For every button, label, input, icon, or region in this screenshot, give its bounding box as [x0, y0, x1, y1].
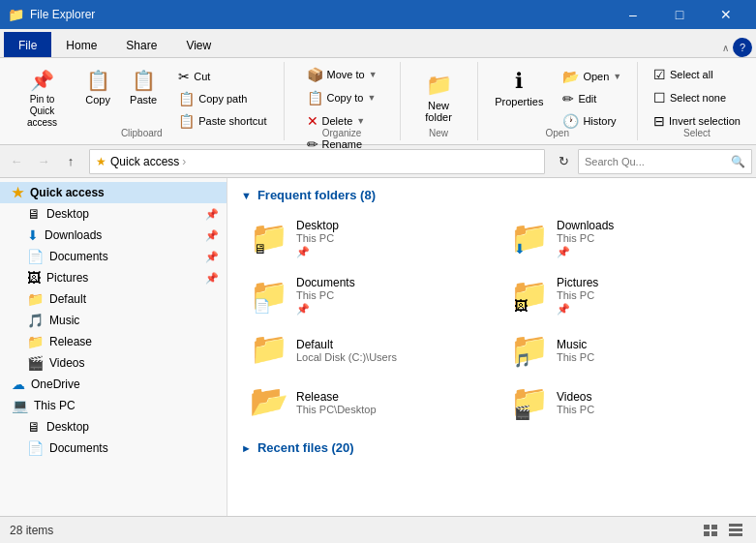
- pin-to-quick-access-button[interactable]: 📌 Pin to Quickaccess: [10, 64, 75, 134]
- organize-label: Organize: [285, 128, 400, 138]
- tab-view[interactable]: View: [171, 32, 226, 57]
- paste-icon: 📋: [132, 69, 156, 92]
- tab-share[interactable]: Share: [111, 32, 171, 57]
- sidebar-item-music[interactable]: 🎵 Music: [0, 310, 227, 331]
- copy-path-label: Copy path: [198, 93, 247, 105]
- default-folder-icon2: 📁: [250, 331, 288, 366]
- videos-folder-name: Videos: [557, 390, 594, 404]
- frequent-folders-label: Frequent folders (8): [257, 188, 376, 202]
- documents-folder-sub: This PC: [296, 289, 355, 301]
- default-folder-name: Default: [296, 338, 397, 351]
- sidebar-item-default[interactable]: 📁 Default: [0, 288, 227, 310]
- up-button[interactable]: ↑: [58, 149, 83, 174]
- downloads-folder-icon-wrap: 📁 ⬇: [510, 222, 549, 256]
- back-button[interactable]: ←: [4, 149, 29, 174]
- recent-files-chevron: ►: [241, 442, 252, 454]
- edit-button[interactable]: ✏ Edit: [556, 88, 628, 109]
- sidebar-item-documents[interactable]: 📄 Documents 📌: [0, 246, 227, 267]
- large-view-icon: [728, 523, 743, 538]
- folder-item-documents[interactable]: 📁 📄 Documents This PC 📌: [241, 269, 482, 322]
- open-chevron: ▼: [613, 72, 621, 81]
- close-button[interactable]: ✕: [704, 0, 748, 29]
- tab-home[interactable]: Home: [51, 32, 111, 57]
- desktop-badge-icon: 🖥: [254, 241, 267, 256]
- rename-icon: ✏: [307, 136, 318, 152]
- sidebar-item-videos[interactable]: 🎬 Videos: [0, 352, 227, 374]
- default-folder-icon-wrap: 📁: [250, 333, 288, 368]
- sidebar-item-onedrive[interactable]: ☁ OneDrive: [0, 374, 227, 395]
- svg-rect-6: [729, 533, 742, 536]
- move-icon: 📦: [307, 67, 323, 82]
- select-none-label: Select none: [670, 92, 726, 104]
- properties-icon: ℹ: [515, 69, 523, 94]
- new-folder-button[interactable]: 📁 Newfolder: [415, 68, 462, 128]
- refresh-button[interactable]: ↻: [551, 149, 576, 174]
- search-icon: 🔍: [731, 155, 745, 168]
- sidebar-item-desktop[interactable]: 🖥 Desktop 📌: [0, 203, 227, 225]
- item-count: 28 items: [10, 524, 53, 537]
- sidebar-item-release[interactable]: 📁 Release: [0, 331, 227, 352]
- history-icon: 🕐: [562, 113, 579, 129]
- folder-item-desktop[interactable]: 📁 🖥 Desktop This PC 📌: [241, 212, 482, 265]
- minimize-button[interactable]: –: [611, 0, 655, 29]
- open-button[interactable]: 📂 Open ▼: [556, 66, 628, 87]
- folder-item-music[interactable]: 📁 🎵 Music This PC: [501, 326, 742, 375]
- copy-to-button[interactable]: 📋 Copy to ▼: [300, 87, 383, 108]
- sidebar-item-quick-access[interactable]: ★ Quick access: [0, 182, 227, 203]
- paste-label: Paste: [130, 94, 157, 106]
- music-folder-name: Music: [557, 338, 594, 351]
- select-all-label: Select all: [670, 69, 713, 80]
- ribbon-tabs: File Home Share View ∧ ?: [0, 29, 756, 58]
- move-to-button[interactable]: 📦 Move to ▼: [300, 64, 384, 85]
- open-group: ℹ Properties 📂 Open ▼ ✏ Edit 🕐 History: [478, 62, 638, 140]
- sidebar-item-downloads[interactable]: ⬇ Downloads 📌: [0, 225, 227, 246]
- paste-button[interactable]: 📋 Paste: [121, 64, 166, 110]
- cut-button[interactable]: ✂ Cut: [171, 66, 273, 87]
- window-title: File Explorer: [30, 8, 611, 21]
- invert-label: Invert selection: [669, 115, 741, 127]
- search-box[interactable]: 🔍: [578, 149, 752, 174]
- release-folder-icon: 📂: [250, 383, 288, 418]
- status-bar: 28 items: [0, 516, 756, 543]
- pictures-icon: 🖼: [27, 270, 41, 286]
- svg-rect-0: [704, 525, 710, 529]
- select-all-button[interactable]: ☑ Select all: [647, 64, 720, 85]
- maximize-button[interactable]: □: [657, 0, 702, 29]
- downloads-folder-name: Downloads: [557, 219, 614, 232]
- folder-item-default[interactable]: 📁 Default Local Disk (C:)\Users: [241, 326, 482, 375]
- pictures-folder-pin: 📌: [557, 303, 598, 316]
- pc-desktop-icon: 🖥: [27, 419, 41, 435]
- documents-pin-icon: 📌: [205, 251, 219, 263]
- this-pc-icon: 💻: [12, 398, 28, 413]
- this-pc-label: This PC: [34, 399, 76, 412]
- sidebar-item-pictures[interactable]: 🖼 Pictures 📌: [0, 267, 227, 288]
- forward-button[interactable]: →: [31, 149, 56, 174]
- release-folder-icon-wrap: 📂: [250, 385, 288, 420]
- list-view-button[interactable]: [700, 520, 721, 541]
- copy-to-label: Copy to: [327, 92, 364, 104]
- search-input[interactable]: [585, 156, 727, 167]
- large-view-button[interactable]: [725, 520, 746, 541]
- properties-button[interactable]: ℹ Properties: [486, 64, 552, 112]
- copy-button[interactable]: 📋 Copy: [76, 64, 119, 110]
- copy-path-button[interactable]: 📋 Copy path: [171, 88, 273, 109]
- tab-file[interactable]: File: [4, 32, 51, 57]
- select-none-button[interactable]: ☐ Select none: [647, 87, 733, 108]
- list-view-icon: [703, 523, 718, 538]
- folder-item-pictures[interactable]: 📁 🖼 Pictures This PC 📌: [501, 269, 742, 322]
- recent-files-header[interactable]: ► Recent files (20): [241, 440, 742, 455]
- sidebar-item-pc-desktop[interactable]: 🖥 Desktop: [0, 416, 227, 437]
- pictures-folder-icon-wrap: 📁 🖼: [510, 279, 549, 314]
- frequent-folders-header[interactable]: ▼ Frequent folders (8): [241, 188, 742, 202]
- file-pane: ▼ Frequent folders (8) 📁 🖥 Desktop This …: [227, 178, 756, 516]
- pictures-folder-info: Pictures This PC 📌: [557, 276, 598, 316]
- organize-group: 📦 Move to ▼ 📋 Copy to ▼ ✕ Delete ▼ ✏ Ren…: [285, 62, 401, 140]
- pc-documents-icon: 📄: [27, 440, 44, 456]
- folder-item-videos[interactable]: 📁 🎬 Videos This PC: [501, 378, 742, 427]
- sidebar-item-this-pc[interactable]: 💻 This PC: [0, 395, 227, 416]
- help-button[interactable]: ?: [733, 38, 752, 57]
- folder-item-release[interactable]: 📂 Release This PC\Desktop: [241, 378, 482, 427]
- sidebar-item-pc-documents[interactable]: 📄 Documents: [0, 437, 227, 459]
- folder-item-downloads[interactable]: 📁 ⬇ Downloads This PC 📌: [501, 212, 742, 265]
- ribbon-collapse-button[interactable]: ∧: [722, 43, 729, 53]
